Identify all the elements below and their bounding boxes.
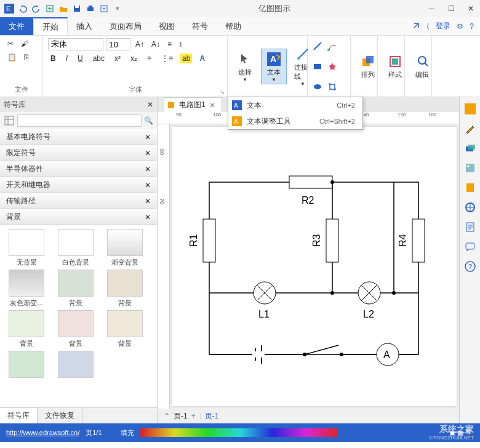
crop-icon[interactable] [327,82,337,92]
tab-insert[interactable]: 插入 [68,17,101,35]
tab-layout[interactable]: 页面布局 [101,17,150,35]
tab-symbol[interactable]: 符号 [183,17,217,35]
dock-pen-icon[interactable] [463,122,477,135]
subscript-icon[interactable]: x₂ [128,53,140,64]
font-size-select[interactable] [106,38,130,50]
page-next[interactable]: 页-1 [205,411,219,422]
save-icon[interactable] [71,3,82,14]
cut-icon[interactable]: ✂ [5,38,16,49]
thumb-gradient[interactable]: 渐变背景 [102,229,148,267]
thumb-bg5[interactable]: 背景 [53,310,98,348]
thumb-bg8[interactable] [53,351,98,378]
dock-note-icon[interactable] [463,220,477,234]
arrange-button[interactable]: 排列 [356,52,380,81]
redo-icon[interactable] [31,3,42,14]
dock-comment-icon[interactable] [463,240,477,254]
search-icon[interactable]: 🔍 [144,116,153,125]
strike-icon[interactable]: abc [90,53,107,64]
thumb-bg4[interactable]: 背景 [4,310,49,348]
sidetab-library[interactable]: 符号库 [0,408,38,423]
italic-icon[interactable]: I [63,53,70,64]
edit-button[interactable]: 编辑 [410,52,434,81]
tab-start[interactable]: 开始 [33,17,68,35]
curve-icon[interactable] [327,41,337,51]
style-button[interactable]: 样式 [383,52,407,81]
bullet-icon[interactable]: ⋮≡ [159,53,175,64]
copy-icon[interactable]: ⎘ [22,52,31,63]
open-icon[interactable] [58,3,69,14]
paste-icon[interactable]: 📋 [5,52,19,63]
select-tool[interactable]: 选择 ▼ [233,49,257,84]
bold-icon[interactable]: B [48,53,58,64]
library-menu-icon[interactable] [4,115,15,126]
color-palette[interactable] [140,428,443,437]
page-add-icon[interactable]: + [191,412,196,420]
share-icon[interactable]: ⟨ [426,22,430,31]
help-icon[interactable]: ? [470,22,474,31]
close-icon[interactable]: ✕ [465,3,476,14]
lib-background[interactable]: 背景✕ [0,209,157,225]
superscript-icon[interactable]: x² [112,53,123,64]
sidetab-recovery[interactable]: 文件恢复 [38,408,82,423]
page-nav-up[interactable]: ⌃ [164,412,170,420]
dock-globe-icon[interactable] [463,201,477,214]
increase-font-icon[interactable]: A↑ [133,39,146,50]
thumb-none[interactable]: 无背景 [4,229,49,267]
format-painter-icon[interactable]: 🖌 [18,38,31,49]
thumb-bg7[interactable] [4,351,49,378]
dock-help-icon[interactable]: ? [463,260,477,273]
qat-dropdown-icon[interactable]: ▼ [112,3,123,14]
print-icon[interactable] [85,3,96,14]
lib-basic-circuit[interactable]: 基本电路符号✕ [0,129,157,145]
thumb-gray-gradient[interactable]: 灰色渐变... [4,270,49,308]
decrease-font-icon[interactable]: A↓ [149,39,162,50]
login-link[interactable]: 登录 [436,21,450,31]
doc-tab[interactable]: 电路图1 ✕ [164,97,222,112]
settings-icon[interactable]: ⚙ [457,22,463,31]
page-prev[interactable]: 页-1 [174,411,188,422]
line-icon[interactable] [313,41,322,51]
doc-close-icon[interactable]: ✕ [209,101,215,110]
dropdown-text-adjust[interactable]: A 文本调整工具 Ctrl+Shift+2 [228,113,362,129]
maximize-icon[interactable]: ☐ [446,3,457,14]
font-dialog-icon[interactable]: ↘ [220,89,225,95]
lib-transmission[interactable]: 传输路径✕ [0,193,157,209]
dropdown-text[interactable]: A 文本 Ctrl+2 [228,97,362,113]
tab-help[interactable]: 帮助 [217,17,250,35]
star-icon[interactable] [327,62,337,71]
highlight-icon[interactable]: ab [180,54,192,63]
tab-file[interactable]: 文件 [0,17,33,35]
lib-switch-relay[interactable]: 开关和继电器✕ [0,177,157,193]
lib-semiconductor[interactable]: 半导体器件✕ [0,161,157,177]
new-icon[interactable] [44,3,55,14]
minimize-icon[interactable]: ─ [426,3,437,14]
text-tool[interactable]: A 文本 ▼ [261,49,287,84]
undo-icon[interactable] [17,3,28,14]
align-left-icon[interactable]: ≡ [165,39,174,50]
status-url[interactable]: http://www.edrawsoft.cn/ [6,429,79,436]
search-input[interactable] [17,114,142,127]
lib-qualifier[interactable]: 限定符号✕ [0,145,157,161]
dock-layer-icon[interactable] [463,142,477,155]
export-icon[interactable] [98,3,110,14]
dock-image-icon[interactable] [463,161,477,175]
ribbon-tabs: 文件 开始 插入 页面布局 视图 符号 帮助 ⟨ 登录 ⚙ ? [0,17,480,36]
thumb-white[interactable]: 白色背景 [53,229,98,267]
font-name-select[interactable] [48,38,103,50]
ellipse-icon[interactable] [313,82,322,92]
dock-theme-icon[interactable] [463,102,477,116]
svg-text:A: A [234,102,238,109]
rect-icon[interactable] [313,62,322,71]
underline-icon[interactable]: U [75,53,86,64]
thumb-bg2[interactable]: 背景 [53,270,98,308]
panel-close-icon[interactable]: ✕ [147,100,153,109]
font-color-icon[interactable]: A [197,53,207,64]
align-v-icon[interactable]: ⫴ [177,39,185,50]
tab-view[interactable]: 视图 [150,17,183,35]
line-spacing-icon[interactable]: ≡ [145,53,154,64]
thumb-bg6[interactable]: 背景 [102,310,148,348]
drawing-canvas[interactable]: R2 R1 R3 R4 L1 [172,127,457,406]
share-out-icon[interactable] [410,22,420,31]
thumb-bg3[interactable]: 背景 [102,270,148,308]
dock-page-icon[interactable] [463,181,477,194]
